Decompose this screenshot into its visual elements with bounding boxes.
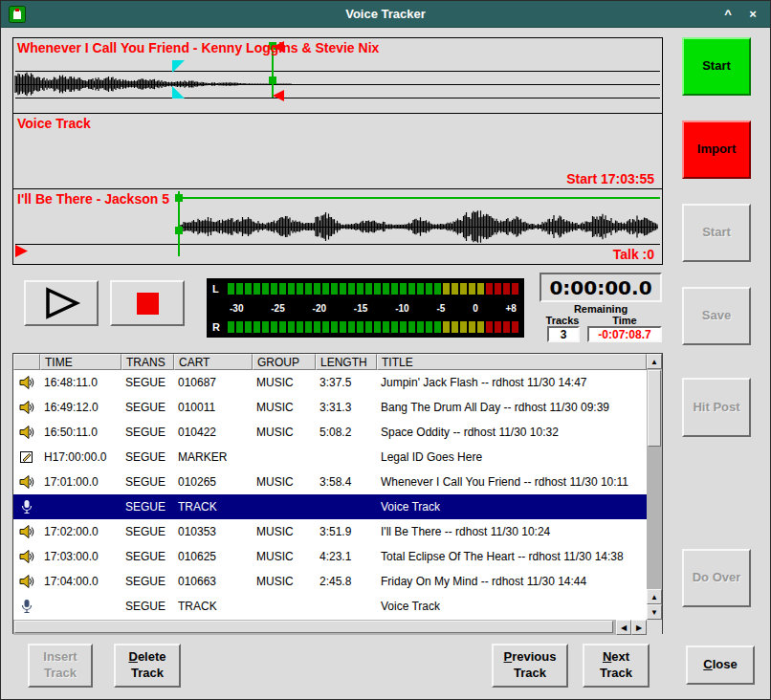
next-track-button[interactable]: Next Track [583,644,650,688]
log-header-trans: TRANS [121,354,174,370]
start-playback-button[interactable]: Start [682,204,751,262]
vu-segment [408,321,415,333]
vu-segment [374,321,381,333]
vu-segment [279,321,286,333]
log-cell [40,494,121,519]
microphone-icon [19,599,34,614]
log-row-icon [13,370,40,395]
track3-title: I'll Be There - Jackson 5 [17,191,169,207]
stop-button[interactable] [110,280,185,326]
titlebar[interactable]: Voice Tracker ^ × [1,1,770,28]
log-row[interactable]: 17:01:00.0SEGUE010265MUSIC3:58.4Whenever… [13,470,647,494]
vu-segment [408,283,415,295]
app-icon [9,6,26,23]
log-cell: MUSIC [253,370,316,395]
start-marker-handle[interactable] [175,227,183,234]
end-marker-icon[interactable] [273,90,284,101]
log-cell: 010422 [174,420,253,445]
vu-segment [340,283,346,295]
vu-segment [322,283,329,295]
log-cell: 3:58.4 [316,470,377,494]
shade-window-button[interactable]: ^ [718,6,738,23]
log-cell [316,594,377,619]
log-row-icon [13,395,40,420]
log-cell: 17:03:00.0 [40,544,121,569]
insert-track-button[interactable]: Insert Track [28,644,93,688]
vu-segment [469,321,475,333]
log-header-icon [13,354,40,370]
import-button[interactable]: Import [682,120,751,179]
fade-marker-icon[interactable] [172,86,185,98]
log-cell [316,445,377,470]
vu-segment [305,283,312,295]
track2-pane[interactable]: Voice Track Start 17:03:55 [12,113,663,189]
delete-track-button[interactable]: Delete Track [114,644,181,688]
horizontal-scrollbar[interactable]: ◀ ▶ [13,620,647,635]
vu-segment [400,283,407,295]
play-button[interactable] [24,280,99,326]
vu-segment [331,321,338,333]
vertical-scroll-thumb[interactable] [648,370,661,447]
start-marker-icon[interactable] [15,245,28,257]
vu-scale-label: -5 [436,303,445,314]
track3-pane[interactable]: I'll Be There - Jackson 5 Talk :0 [12,188,663,265]
scroll-up-button[interactable]: ▲ [647,354,662,369]
horizontal-scroll-thumb[interactable] [14,621,613,633]
vu-segment [400,321,407,333]
previous-track-button[interactable]: Previous Track [492,644,568,688]
log-cell: Legal ID Goes Here [377,445,647,470]
start-button[interactable]: Start [682,37,751,96]
do-over-button[interactable]: Do Over [682,549,751,607]
hit-post-button[interactable]: Hit Post [682,378,751,437]
scroll-up-button[interactable]: ▲ [647,589,662,604]
log-cell: SEGUE [121,445,174,470]
log-cell: I'll Be There -- rdhost 11/30 10:24 [377,519,647,544]
vu-segment [426,321,432,333]
vu-segment [503,321,510,333]
save-button[interactable]: Save [682,287,751,345]
log-cell [253,594,316,619]
segue-marker-handle[interactable] [269,77,276,84]
scroll-down-button[interactable]: ▼ [647,604,662,620]
log-row[interactable]: H17:00:00.0SEGUEMARKERLegal ID Goes Here [13,445,647,470]
log-row[interactable]: 17:03:00.0SEGUE010625MUSIC4:23.1Total Ec… [13,544,647,569]
log-row-icon [13,594,40,619]
log-cell: 010687 [174,370,253,395]
vu-meter: L -30-25-20-15-10-50+8 R [207,278,524,338]
log-cell: 010625 [174,544,253,569]
log-header-title: TITLE [377,354,647,370]
vertical-scrollbar[interactable]: ▲ ▲ ▼ [647,354,662,620]
vu-segment [503,283,510,295]
scroll-left-button[interactable]: ◀ [616,620,631,635]
close-button[interactable]: Close [686,645,755,685]
log-cell: 16:49:12.0 [40,395,121,420]
track1-pane[interactable]: Whenever I Call You Friend - Kenny Loggi… [12,37,663,114]
remaining-label: Remaining [540,303,662,315]
close-window-button[interactable]: × [743,6,762,23]
stop-icon [137,293,159,315]
vu-scale-label: -20 [313,303,326,314]
log-row[interactable]: 16:48:11.0SEGUE010687MUSIC3:37.5Jumpin' … [13,370,647,395]
log-row[interactable]: 17:02:00.0SEGUE010353MUSIC3:51.9I'll Be … [13,519,647,544]
log-row[interactable]: 17:04:00.0SEGUE010663MUSIC2:45.8Friday O… [13,569,647,594]
log-cell: 17:04:00.0 [40,569,121,594]
track2-title: Voice Track [17,116,91,131]
speaker-icon [19,400,34,415]
log-cell: 17:01:00.0 [40,470,121,494]
vu-segment [314,283,320,295]
vu-segment [314,321,320,333]
log-cell: MUSIC [253,420,316,445]
scroll-right-button[interactable]: ▶ [631,620,647,635]
vu-scale-label: 0 [473,303,478,314]
vu-segment [297,321,303,333]
vu-right-label: R [212,321,228,333]
log-cell: SEGUE [121,569,174,594]
log-row-selected[interactable]: SEGUETRACKVoice Track [13,494,647,519]
log-row[interactable]: 16:49:12.0SEGUE010011MUSIC3:31.3Bang The… [13,395,647,420]
log-row[interactable]: SEGUETRACKVoice Track [13,594,647,619]
vu-segment [383,321,389,333]
log-cell [40,594,121,619]
log-row[interactable]: 16:50:11.0SEGUE010422MUSIC5:08.2Space Od… [13,420,647,445]
log-row-icon [13,420,40,445]
start-marker-handle[interactable] [175,194,183,202]
